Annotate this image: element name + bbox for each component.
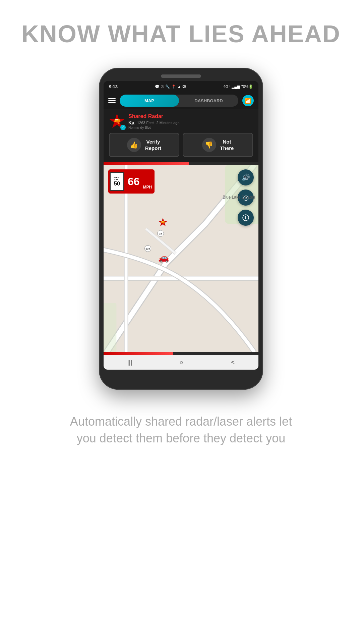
alert-banner: 🔫 ✓ Shared Radar Ka 1263 Feet 2 Minutes … [104, 109, 258, 162]
speed-display: SPEED LIMIT 50 66 MPH [108, 169, 155, 194]
map-radar-marker: 🔫 [158, 218, 168, 227]
wrench-icon: 🔧 [165, 85, 170, 89]
status-right: 4G⁺ ▂▄▆ 70%🔋 [223, 85, 253, 89]
gun-icon: 🔫 [113, 118, 121, 125]
tab-map[interactable]: MAP [120, 95, 179, 107]
signal-icon: ▂▄▆ [232, 85, 240, 89]
recents-button[interactable]: ||| [121, 356, 139, 369]
network-icon: 4G⁺ [223, 85, 230, 89]
verify-report-button[interactable]: 👍 VerifyReport [109, 133, 179, 157]
alert-title: Shared Radar [128, 113, 253, 119]
not-there-button[interactable]: 👎 NotThere [183, 133, 253, 157]
bluetooth-button[interactable]: 📶 [242, 95, 254, 106]
alert-subtitle: Ka 1263 Feet 2 Minutes ago [128, 120, 253, 125]
phone-screen: 9:13 💬 ⦾ 🔧 📍 ▲ 🖼 4G⁺ ▂▄▆ 70%🔋 MAP [104, 81, 258, 370]
current-speed-value: 66 [126, 176, 143, 187]
audio-button[interactable]: 🔊 [238, 169, 254, 185]
speed-unit: MPH [143, 185, 155, 194]
tab-dashboard[interactable]: DASHBOARD [179, 95, 238, 107]
thumbs-down-icon: 👎 [202, 138, 216, 152]
map-area[interactable]: SPEED LIMIT 50 66 MPH 🔊 ◎ [104, 165, 258, 352]
phone-speaker [161, 74, 201, 78]
top-nav: MAP DASHBOARD 📶 [104, 92, 258, 109]
svg-point-5 [245, 216, 246, 217]
image-icon: 🖼 [182, 85, 186, 89]
menu-button[interactable] [108, 98, 116, 103]
info-button[interactable] [238, 210, 254, 226]
progress-fill [104, 162, 189, 165]
map-car-icon: 🚗 [158, 253, 169, 263]
action-buttons: 👍 VerifyReport 👎 NotThere [109, 133, 253, 157]
alert-info: Shared Radar Ka 1263 Feet 2 Minutes ago … [128, 113, 253, 129]
status-time: 9:13 [109, 84, 118, 89]
phone-device: 9:13 💬 ⦾ 🔧 📍 ▲ 🖼 4G⁺ ▂▄▆ 70%🔋 MAP [99, 68, 263, 390]
alert-time: 2 Minutes ago [156, 121, 179, 125]
alert-icon: ▲ [177, 85, 181, 89]
location-icon: 📍 [171, 85, 176, 89]
radar-app-icon: ⦾ [161, 85, 164, 89]
bottom-tagline: Automatically shared radar/laser alerts … [55, 413, 307, 447]
thumbs-up-icon: 👍 [127, 138, 141, 152]
map-radar-star: 🔫 [158, 218, 168, 227]
alert-progress-bar [104, 162, 258, 165]
back-button[interactable]: < [224, 356, 241, 369]
map-gun-icon: 🔫 [161, 220, 165, 225]
home-button[interactable]: ○ [173, 356, 190, 369]
status-icons-left: 💬 ⦾ 🔧 📍 ▲ 🖼 [155, 85, 186, 89]
not-there-label: NotThere [220, 139, 234, 152]
location-label: Blue Lake Estates [223, 195, 255, 200]
bottom-progress-fill [104, 352, 173, 355]
battery-text: 70%🔋 [241, 85, 253, 89]
radar-badge: 🔫 ✓ [109, 113, 125, 129]
alert-header: 🔫 ✓ Shared Radar Ka 1263 Feet 2 Minutes … [109, 113, 253, 129]
speed-limit-sign: SPEED LIMIT 50 [110, 172, 124, 191]
message-icon: 💬 [155, 85, 160, 89]
alert-road: Normandy Blvd [128, 126, 253, 129]
status-bar: 9:13 💬 ⦾ 🔧 📍 ▲ 🖼 4G⁺ ▂▄▆ 70%🔋 [104, 81, 258, 92]
speed-limit-value: 50 [114, 181, 120, 187]
tab-group: MAP DASHBOARD [120, 95, 238, 107]
road-badge-23: 23 [157, 230, 164, 237]
bottom-progress-bar [104, 352, 258, 355]
road-badge-134: 134 [144, 245, 151, 252]
verified-check-icon: ✓ [120, 125, 126, 130]
alert-distance: 1263 Feet [137, 121, 154, 125]
svg-rect-6 [245, 217, 246, 219]
android-nav: ||| ○ < [104, 355, 258, 370]
page-headline: KNOW WHAT LIES AHEAD [21, 20, 341, 48]
alert-band: Ka [128, 120, 134, 125]
verify-label: VerifyReport [145, 139, 161, 152]
svg-rect-3 [104, 303, 116, 352]
